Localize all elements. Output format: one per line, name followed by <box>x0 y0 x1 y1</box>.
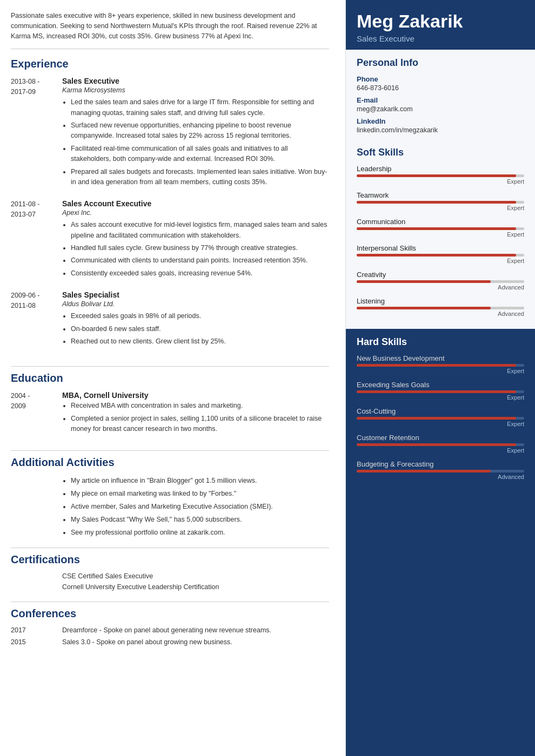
education-list: 2004 - 2009MBA, Cornell UniversityReceiv… <box>11 391 329 436</box>
edu-title: MBA, Cornell University <box>62 391 329 400</box>
skill-level-label: Expert <box>357 258 524 264</box>
skill-bar-background <box>357 390 524 393</box>
skill-bar-background <box>357 280 524 283</box>
skill-bar-background <box>357 174 524 177</box>
candidate-name: Meg Zakarik <box>357 11 524 32</box>
list-item: Received MBA with concentration in sales… <box>71 401 329 411</box>
candidate-job-title: Sales Executive <box>357 34 524 43</box>
experience-entry: 2009-06 - 2011-08Sales SpecialistAldus B… <box>11 291 329 349</box>
education-section: Education 2004 - 2009MBA, Cornell Univer… <box>11 372 329 451</box>
experience-entry: 2011-08 - 2013-07Sales Account Executive… <box>11 199 329 281</box>
exp-bullets: Exceeded sales goals in 98% of all perio… <box>62 311 329 347</box>
skill-level-label: Expert <box>357 368 524 374</box>
list-item: Consistently exceeded sales goals, incre… <box>71 268 329 279</box>
skill-name: Customer Retention <box>357 434 524 442</box>
summary: Passionate sales executive with 8+ years… <box>11 11 329 49</box>
hard-skill-item: Exceeding Sales GoalsExpert <box>357 381 524 401</box>
linkedin-value: linkedin.com/in/megzakarik <box>357 126 524 134</box>
conferences-heading: Conferences <box>11 608 329 620</box>
exp-job-title: Sales Specialist <box>62 291 329 299</box>
conf-description: Dreamforce - Spoke on panel about genera… <box>62 626 329 634</box>
skill-bar-fill <box>357 227 516 230</box>
skill-name: Cost-Cutting <box>357 407 524 415</box>
skill-bar-background <box>357 470 524 473</box>
certifications-heading: Certifications <box>11 554 329 566</box>
conferences-list: 2017Dreamforce - Spoke on panel about ge… <box>11 626 329 646</box>
hard-skill-item: Budgeting & ForecastingAdvanced <box>357 460 524 480</box>
skill-name: Communication <box>357 218 524 226</box>
skill-bar-background <box>357 307 524 309</box>
skill-level-label: Expert <box>357 205 524 211</box>
list-item: As sales account executive for mid-level… <box>71 220 329 241</box>
exp-bullets: Led the sales team and sales drive for a… <box>62 97 329 187</box>
exp-content: Sales ExecutiveKarma MicrosystemsLed the… <box>62 77 329 190</box>
personal-info-section: Personal Info Phone 646-873-6016 E-mail … <box>346 50 535 139</box>
linkedin-label: LinkedIn <box>357 117 524 125</box>
soft-skills-list: LeadershipExpertTeamworkExpertCommunicat… <box>357 165 524 317</box>
skill-level-label: Expert <box>357 421 524 427</box>
exp-bullets: As sales account executive for mid-level… <box>62 220 329 279</box>
skill-bar-fill <box>357 254 516 256</box>
additional-heading: Additional Activities <box>11 456 329 469</box>
exp-date: 2011-08 - 2013-07 <box>11 199 62 281</box>
education-entry: 2004 - 2009MBA, Cornell UniversityReceiv… <box>11 391 329 436</box>
skill-level-label: Expert <box>357 447 524 454</box>
list-item: My article on influence in "Brain Blogge… <box>71 475 329 486</box>
skill-level-label: Expert <box>357 178 524 185</box>
email-value: meg@zakarik.com <box>357 105 524 113</box>
skill-name: Listening <box>357 297 524 305</box>
exp-date: 2009-06 - 2011-08 <box>11 291 62 349</box>
certification-item: CSE Certified Sales Executive <box>62 572 329 580</box>
soft-skill-item: ListeningAdvanced <box>357 297 524 317</box>
skill-level-label: Expert <box>357 394 524 401</box>
edu-date: 2004 - 2009 <box>11 391 62 436</box>
list-item: My piece on email marketing was linked t… <box>71 488 329 499</box>
list-item: Surfaced new revenue opportunities, enha… <box>71 120 329 141</box>
skill-name: Creativity <box>357 271 524 279</box>
conf-description: Sales 3.0 - Spoke on panel about growing… <box>62 638 329 646</box>
hard-skill-item: New Business DevelopmentExpert <box>357 354 524 374</box>
soft-skill-item: Interpersonal SkillsExpert <box>357 244 524 264</box>
skill-level-label: Advanced <box>357 474 524 480</box>
list-item: Prepared all sales budgets and forecasts… <box>71 167 329 188</box>
edu-content: MBA, Cornell UniversityReceived MBA with… <box>62 391 329 436</box>
soft-skills-section: Soft Skills LeadershipExpertTeamworkExpe… <box>346 139 535 329</box>
conf-year: 2017 <box>11 626 62 634</box>
skill-level-label: Expert <box>357 231 524 238</box>
list-item: Reached out to new clients. Grew client … <box>71 336 329 347</box>
experience-list: 2013-08 - 2017-09Sales ExecutiveKarma Mi… <box>11 77 329 349</box>
soft-skills-heading: Soft Skills <box>357 147 524 158</box>
skill-bar-fill <box>357 470 491 473</box>
skill-bar-background <box>357 443 524 446</box>
certifications-list: CSE Certified Sales ExecutiveCornell Uni… <box>11 572 329 591</box>
certifications-section: Certifications CSE Certified Sales Execu… <box>11 554 329 602</box>
personal-info-heading: Personal Info <box>357 57 524 69</box>
right-column: Meg Zakarik Sales Executive Personal Inf… <box>346 0 535 756</box>
exp-date: 2013-08 - 2017-09 <box>11 77 62 190</box>
skill-name: Budgeting & Forecasting <box>357 460 524 468</box>
skill-bar-background <box>357 254 524 256</box>
skill-name: New Business Development <box>357 354 524 362</box>
list-item: Active member, Sales and Marketing Execu… <box>71 501 329 512</box>
experience-section: Experience 2013-08 - 2017-09Sales Execut… <box>11 58 329 367</box>
skill-name: Teamwork <box>357 191 524 199</box>
skill-bar-background <box>357 364 524 367</box>
skill-bar-background <box>357 227 524 230</box>
list-item: Completed a senior project in sales, sel… <box>71 414 329 435</box>
hard-skills-heading: Hard Skills <box>357 336 524 348</box>
experience-heading: Experience <box>11 58 329 70</box>
hard-skills-section: Hard Skills New Business DevelopmentExpe… <box>346 329 535 492</box>
soft-skill-item: TeamworkExpert <box>357 191 524 211</box>
list-item: My Sales Podcast "Why We Sell," has 5,00… <box>71 514 329 525</box>
skill-bar-fill <box>357 390 516 393</box>
additional-section: Additional Activities My article on infl… <box>11 456 329 548</box>
exp-content: Sales Account ExecutiveApexi Inc.As sale… <box>62 199 329 281</box>
hard-skills-list: New Business DevelopmentExpertExceeding … <box>357 354 524 480</box>
skill-bar-fill <box>357 364 516 367</box>
activities-list: My article on influence in "Brain Blogge… <box>62 475 329 538</box>
email-label: E-mail <box>357 96 524 104</box>
soft-skill-item: LeadershipExpert <box>357 165 524 185</box>
exp-company: Aldus Bolivar Ltd. <box>62 300 329 308</box>
exp-content: Sales SpecialistAldus Bolivar Ltd.Exceed… <box>62 291 329 349</box>
certification-item: Cornell University Executive Leadership … <box>62 583 329 591</box>
